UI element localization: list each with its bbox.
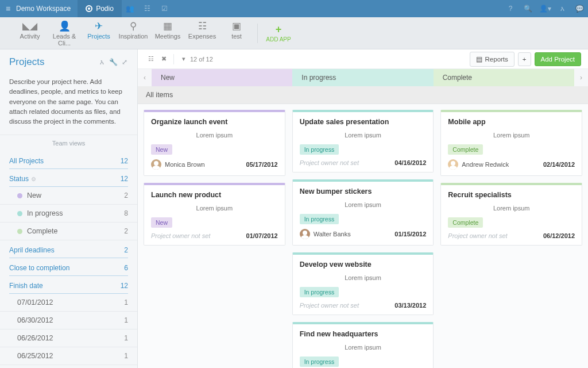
topbar: ≡ Demo Workspace Podio 👥 ☷ ☑ ? 🔍 👤▾ እ 💬: [0, 0, 588, 17]
status-row-label: New: [27, 191, 124, 200]
column-complete: Mobile appLorem ipsumCompleteAndrew Redw…: [440, 110, 582, 362]
card-date: 05/17/2012: [246, 161, 278, 168]
layout-icon[interactable]: ☷: [145, 55, 157, 63]
brand-logo[interactable]: Podio: [78, 0, 122, 17]
filter-icon[interactable]: ▾: [177, 55, 190, 63]
status-row-count: 2: [124, 191, 128, 200]
appnav-item-activity[interactable]: ◣◢Activity: [13, 20, 47, 47]
appnav-item-test[interactable]: ▣test: [219, 20, 254, 47]
lane-header-new[interactable]: New: [152, 69, 292, 86]
feed-icon[interactable]: እ: [554, 5, 571, 13]
app-icon: ☷: [185, 20, 219, 33]
wrench-icon[interactable]: 🔧: [107, 58, 119, 66]
finish-row[interactable]: 06/26/20121: [0, 329, 137, 347]
tasks-icon[interactable]: ☑: [156, 5, 173, 13]
sidebar-header: Projects እ 🔧 ⤢: [0, 49, 137, 72]
finish-row-count: 1: [124, 316, 128, 324]
status-count: 12: [121, 175, 128, 183]
card-owner: Walter Banks: [300, 229, 395, 239]
lane-header-complete[interactable]: Complete: [434, 69, 574, 86]
card-owner: Andrew Redwick: [448, 159, 543, 170]
appnav-item-leads-cli-[interactable]: 👤Leads & Cli...: [47, 20, 82, 47]
status-row-comp[interactable]: Complete2: [0, 223, 137, 240]
lane-header-inprogress[interactable]: In progress: [292, 69, 433, 86]
finish-count: 12: [121, 282, 128, 290]
app-icon: ▣: [219, 20, 254, 33]
status-dot-icon: [17, 211, 22, 216]
lane-next-arrow[interactable]: ›: [574, 69, 588, 86]
project-card[interactable]: Update sales presentationLorem ipsumIn p…: [292, 110, 434, 172]
sidebar-view-all[interactable]: All Projects 12: [9, 157, 128, 169]
all-projects-label: All Projects: [9, 157, 121, 165]
finish-row[interactable]: 07/01/20121: [0, 294, 137, 312]
status-badge: New: [151, 144, 172, 155]
lane-prev-arrow[interactable]: ‹: [138, 69, 152, 86]
card-date: 04/16/2012: [394, 159, 426, 166]
status-row-prog[interactable]: In progress8: [0, 205, 137, 223]
podio-mark-icon: [86, 5, 92, 12]
app-label: Leads & Cli...: [47, 33, 82, 47]
account-icon[interactable]: 👤▾: [536, 5, 554, 13]
card-footer: Walter Banks01/15/2012: [300, 229, 427, 239]
add-app-label: ADD APP: [266, 36, 291, 43]
project-card[interactable]: Recruit specialistsLorem ipsumCompletePr…: [440, 183, 582, 246]
card-footer: Project owner not set03/13/2012: [300, 302, 427, 309]
gear-icon[interactable]: ⚙: [31, 176, 36, 182]
tools-icon[interactable]: ✖: [157, 55, 170, 63]
search-icon[interactable]: 🔍: [519, 5, 536, 13]
broadcast-icon[interactable]: እ: [96, 58, 107, 66]
card-footer: Project owner not set04/16/2012: [300, 159, 427, 166]
appnav-item-meetings[interactable]: ▦Meetings: [150, 20, 185, 47]
calendar-icon[interactable]: ☷: [139, 5, 156, 13]
card-owner-empty: Project owner not set: [300, 302, 395, 309]
finish-row[interactable]: 06/24/20121: [0, 365, 137, 368]
status-row-new[interactable]: New2: [0, 187, 137, 205]
card-footer: Andrew Redwick02/14/2012: [448, 159, 575, 170]
appnav-item-inspiration[interactable]: ⚲Inspiration: [116, 20, 150, 47]
workspace-name[interactable]: Demo Workspace: [16, 5, 78, 13]
content: ☷ ✖ ▾ 12 of 12 ▤Reports + Add Project ‹ …: [138, 49, 588, 368]
add-view-button[interactable]: +: [518, 52, 531, 66]
card-date: 03/13/2012: [394, 302, 426, 309]
app-label: test: [219, 33, 254, 40]
finish-row-count: 1: [124, 352, 128, 360]
status-badge: Complete: [448, 217, 483, 228]
app-icon: ▦: [150, 20, 185, 33]
project-card[interactable]: Find new headquartersLorem ipsumIn progr…: [292, 322, 434, 368]
card-description: Lorem ipsum: [151, 202, 278, 217]
plus-icon: +: [261, 24, 296, 36]
all-items-header: All items: [138, 86, 588, 104]
card-owner: Monica Brown: [151, 159, 246, 170]
reports-button[interactable]: ▤Reports: [470, 52, 514, 67]
chat-icon[interactable]: 💬: [571, 5, 588, 13]
card-description: Lorem ipsum: [300, 129, 427, 144]
menu-icon[interactable]: ≡: [0, 4, 16, 13]
project-card[interactable]: Organize launch eventLorem ipsumNewMonic…: [144, 110, 285, 176]
avatar-icon: [151, 159, 161, 170]
status-row-count: 8: [124, 209, 128, 217]
appnav-item-projects[interactable]: ✈Projects: [82, 20, 116, 47]
finish-row-label: 06/26/2012: [17, 334, 124, 342]
card-title: Mobile app: [448, 118, 575, 126]
project-card[interactable]: New bumper stickersLorem ipsumIn progres…: [292, 179, 434, 246]
appnav-item-expenses[interactable]: ☷Expenses: [185, 20, 219, 47]
project-card[interactable]: Launch new productLorem ipsumNewProject …: [144, 183, 285, 246]
contacts-icon[interactable]: 👥: [122, 5, 139, 13]
brand-text: Podio: [96, 5, 114, 13]
card-description: Lorem ipsum: [151, 129, 278, 144]
add-app-button[interactable]: +ADD APP: [261, 24, 296, 43]
status-dot-icon: [17, 193, 22, 198]
sidebar-view-finish[interactable]: Finish date 12: [9, 282, 128, 294]
card-description: Lorem ipsum: [300, 199, 427, 214]
sidebar-view-close[interactable]: Close to completion 6: [9, 264, 128, 276]
app-nav: ◣◢Activity👤Leads & Cli...✈Projects⚲Inspi…: [0, 17, 588, 49]
add-project-button[interactable]: Add Project: [535, 52, 581, 66]
sidebar-view-april[interactable]: April deadlines 2: [9, 246, 128, 258]
expand-icon[interactable]: ⤢: [119, 58, 130, 66]
finish-row[interactable]: 06/25/20121: [0, 347, 137, 365]
help-icon[interactable]: ?: [502, 5, 519, 13]
project-card[interactable]: Develop vew websiteLorem ipsumIn progres…: [292, 252, 434, 315]
finish-row[interactable]: 06/30/20121: [0, 312, 137, 329]
project-card[interactable]: Mobile appLorem ipsumCompleteAndrew Redw…: [440, 110, 582, 176]
sidebar-view-status[interactable]: Status⚙ 12: [9, 175, 128, 187]
